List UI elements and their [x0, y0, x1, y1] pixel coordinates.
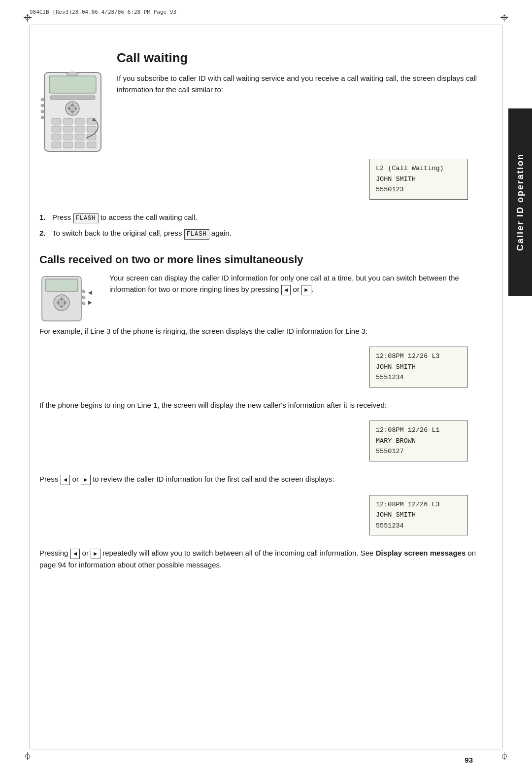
svg-rect-13	[87, 118, 96, 124]
section2-para5: Pressing ◄ or ► repeatedly will allow yo…	[39, 547, 478, 570]
screen-display-1-wrapper: L2 (Call Waiting) JOHN SMITH 5550123	[39, 154, 468, 205]
screen3-line2: MARY BROWN	[376, 436, 462, 447]
screen2-line2: JOHN SMITH	[376, 362, 462, 373]
arrow-right-1: ►	[301, 285, 311, 295]
reg-mark-tr	[500, 14, 508, 22]
svg-rect-25	[87, 142, 96, 148]
svg-point-26	[41, 98, 44, 101]
svg-rect-23	[64, 142, 72, 148]
svg-rect-15	[64, 126, 72, 132]
page-number: 93	[465, 756, 473, 764]
screen-display-1: L2 (Call Waiting) JOHN SMITH 5550123	[369, 159, 468, 200]
trim-line-left	[30, 25, 30, 749]
screen2-line3: 5551234	[376, 372, 462, 383]
section2-title: Calls received on two or more lines simu…	[39, 253, 478, 266]
step-1-num: 1.	[39, 211, 46, 223]
svg-text:◄: ◄	[87, 288, 94, 296]
trim-line-right	[502, 25, 502, 749]
svg-rect-17	[87, 126, 96, 132]
svg-rect-11	[64, 118, 72, 124]
section2-para3: If the phone begins to ring on Line 1, t…	[39, 399, 478, 411]
step-1: 1. Press FLASH to access the call waitin…	[39, 211, 478, 224]
trim-line-top	[30, 25, 502, 25]
section2-body: Your screen can display the caller ID in…	[109, 272, 478, 295]
section1: Call waiting If you subscribe to caller …	[39, 50, 478, 154]
screen-display-3-wrapper: 12:08PM 12/26 L1 MARY BROWN 5550127	[39, 416, 468, 466]
svg-point-41	[82, 302, 85, 305]
screen-display-2-wrapper: 12:08PM 12/26 L3 JOHN SMITH 5551234	[39, 342, 468, 392]
svg-rect-20	[75, 134, 84, 140]
step-2-num: 2.	[39, 227, 46, 239]
svg-rect-1	[49, 76, 96, 93]
arrow-left-2: ◄	[61, 475, 70, 485]
section2: Calls received on two or more lines simu…	[39, 253, 478, 323]
svg-rect-32	[45, 279, 78, 291]
screen3-line1: 12:08PM 12/26 L1	[376, 425, 462, 436]
svg-rect-24	[75, 142, 84, 148]
step-2-text: To switch back to the original call, pre…	[52, 229, 232, 237]
step-2: 2. To switch back to the original call, …	[39, 227, 478, 240]
svg-rect-12	[75, 118, 84, 124]
section1-title: Call waiting	[117, 50, 478, 66]
svg-rect-3	[50, 96, 95, 100]
screen-display-4: 12:08PM 12/26 L3 JOHN SMITH 5551234	[369, 495, 468, 536]
svg-point-39	[82, 290, 85, 293]
svg-point-29	[41, 116, 44, 119]
arrow-left-3: ◄	[70, 549, 80, 559]
svg-point-40	[82, 296, 85, 299]
reg-mark-bl	[24, 752, 32, 760]
svg-rect-18	[52, 134, 61, 140]
phone-image-2: ◄ ►	[39, 274, 99, 323]
svg-rect-10	[52, 118, 61, 124]
svg-rect-19	[64, 134, 72, 140]
trim-line-bottom	[30, 749, 502, 749]
section2-para4: Press ◄ or ► to review the caller ID inf…	[39, 473, 478, 485]
svg-point-28	[41, 110, 44, 113]
sidebar-tab: Caller ID operation	[508, 108, 532, 296]
svg-rect-22	[52, 142, 61, 148]
arrow-left-1: ◄	[281, 285, 291, 295]
phone-image-1	[39, 70, 106, 154]
screen1-line3: 5550123	[376, 184, 462, 195]
reg-mark-br	[500, 752, 508, 760]
section1-intro: If you subscribe to caller ID with call …	[117, 72, 478, 96]
section2-para1: Your screen can display the caller ID in…	[109, 272, 478, 295]
steps-list: 1. Press FLASH to access the call waitin…	[39, 211, 478, 240]
screen1-line1: L2 (Call Waiting)	[376, 163, 462, 174]
or-text-1: or	[293, 285, 299, 293]
svg-point-5	[69, 105, 76, 112]
arrow-right-2: ►	[81, 475, 91, 485]
screen-display-2: 12:08PM 12/26 L3 JOHN SMITH 5551234	[369, 347, 468, 387]
bold-text-display: Display screen messages	[376, 549, 466, 557]
screen1-line2: JOHN SMITH	[376, 174, 462, 185]
screen-display-4-wrapper: 12:08PM 12/26 L3 JOHN SMITH 5551234	[39, 490, 468, 541]
flash-key-1: FLASH	[73, 213, 99, 224]
screen4-line3: 5551234	[376, 521, 462, 531]
step-1-text: Press FLASH to access the call waiting c…	[52, 213, 197, 221]
screen2-line1: 12:08PM 12/26 L3	[376, 351, 462, 362]
section2-para2: For example, if Line 3 of the phone is r…	[39, 325, 478, 337]
section1-body: Call waiting If you subscribe to caller …	[117, 50, 478, 96]
screen3-line3: 5550127	[376, 446, 462, 457]
page-header: 984CIB_(Rev3)28.04.06 4/28/06 6:28 PM Pa…	[30, 9, 176, 15]
svg-text:►: ►	[87, 298, 94, 306]
main-content: Call waiting If you subscribe to caller …	[39, 30, 478, 744]
arrow-right-3: ►	[91, 549, 100, 559]
screen4-line1: 12:08PM 12/26 L3	[376, 499, 462, 510]
svg-rect-16	[75, 126, 84, 132]
flash-key-2: FLASH	[184, 229, 209, 240]
screen-display-3: 12:08PM 12/26 L1 MARY BROWN 5550127	[369, 421, 468, 461]
sidebar-tab-label: Caller ID operation	[515, 153, 526, 251]
svg-point-2	[66, 72, 78, 76]
svg-rect-14	[52, 126, 61, 132]
svg-point-27	[41, 104, 44, 107]
screen4-line2: JOHN SMITH	[376, 510, 462, 521]
